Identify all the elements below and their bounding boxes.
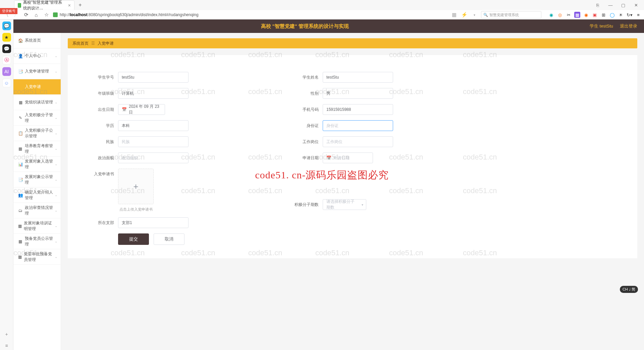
ext-icon-10[interactable]: ↻▾ <box>627 12 633 18</box>
browser-chrome: 高校"智慧党建"管理系统的设计… × + ⎘ — ▢ ✕ 〈 〉 ⟳ ⌂ ☆ h… <box>0 0 644 19</box>
menu-icon[interactable]: ≡ <box>635 12 641 18</box>
shield-icon <box>53 12 58 17</box>
ext-icon-2[interactable]: ◎ <box>557 12 563 18</box>
maximize-icon[interactable]: ▢ <box>619 1 628 9</box>
ext-icon-7[interactable]: ⊞ <box>600 12 606 18</box>
minimize-icon[interactable]: — <box>606 1 615 9</box>
ext-icon-5[interactable]: ◉ <box>583 12 589 18</box>
ext-icon-6[interactable]: ▣ <box>592 12 598 18</box>
ext-icon-8[interactable]: ◯ <box>609 12 615 18</box>
tab-favicon-icon <box>18 3 21 8</box>
url-bar: 〈 〉 ⟳ ⌂ ☆ http://localhost:8080/springbo… <box>0 10 644 19</box>
qr-icon[interactable]: ▦ <box>451 11 458 18</box>
ext-icon-9[interactable]: ☀ <box>618 12 624 18</box>
window-controls: ⎘ — ▢ ✕ <box>593 1 644 9</box>
url-input[interactable]: http://localhost:8080/springbootq630j/ad… <box>53 12 199 17</box>
browser-tab[interactable]: 高校"智慧党建"管理系统的设计… × <box>14 0 74 10</box>
tab-title: 高校"智慧党建"管理系统的设计… <box>23 0 64 11</box>
close-window-icon[interactable]: ✕ <box>631 1 641 9</box>
home-icon[interactable]: ⌂ <box>33 11 40 18</box>
close-tab-icon[interactable]: × <box>68 3 71 8</box>
login-badge[interactable]: 登录账号 <box>0 8 17 14</box>
ext-icon-4[interactable]: ▦ <box>574 12 580 18</box>
ext-icon-3[interactable]: ✂ <box>566 12 572 18</box>
browser-extensions: ◉ ◎ ✂ ▦ ◉ ▣ ⊞ ◯ ☀ ↻▾ ≡ <box>545 12 641 18</box>
pin-icon[interactable]: ⎘ <box>593 1 602 9</box>
favorite-icon[interactable]: ☆ <box>43 11 50 18</box>
ext-icon-1[interactable]: ◉ <box>548 12 554 18</box>
new-tab-button[interactable]: + <box>76 1 84 9</box>
browser-search[interactable]: 🔍 智慧党建管理系统 <box>481 11 541 18</box>
flash-icon[interactable]: ⚡ <box>461 11 468 18</box>
search-icon: 🔍 <box>483 13 488 17</box>
chevron-down-icon[interactable]: ▾ <box>471 11 478 18</box>
tab-bar: 高校"智慧党建"管理系统的设计… × + ⎘ — ▢ ✕ <box>0 0 644 10</box>
reload-icon[interactable]: ⟳ <box>23 11 30 18</box>
url-text: http://localhost:8080/springbootq630j/ad… <box>60 12 199 17</box>
